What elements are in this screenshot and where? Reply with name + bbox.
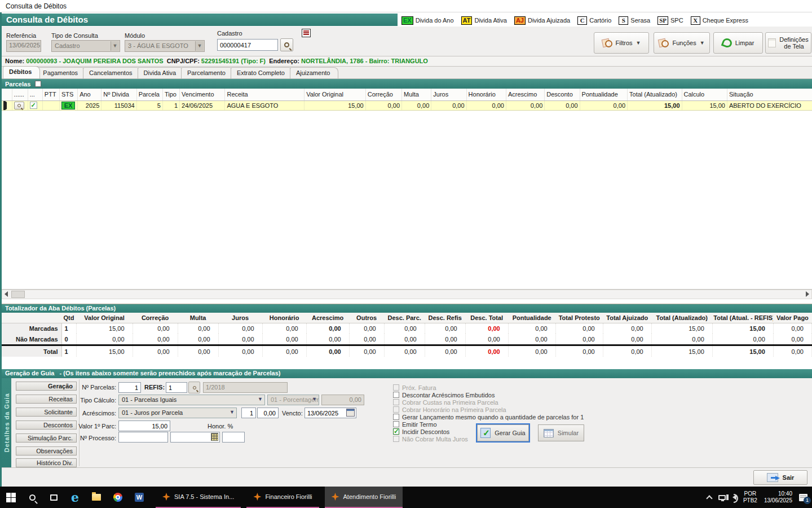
- desconto-cell: 0,00: [545, 100, 580, 110]
- honor-label: Honor. %: [208, 423, 233, 430]
- network-icon[interactable]: [718, 495, 726, 500]
- debito-row[interactable]: EX 2025 115034 5 1 24/06/2025 AGUA E ESG…: [2, 100, 812, 110]
- edge-button[interactable]: e: [64, 487, 86, 508]
- scrollbar-thumb[interactable]: [11, 291, 25, 298]
- windows-taskbar: e W SIA 7.5 - Sistema In... Financeiro F…: [0, 487, 812, 508]
- sair-button[interactable]: Sair: [753, 470, 807, 485]
- sidebar-historico-button[interactable]: Histórico Div.: [16, 458, 77, 467]
- row-indicator-cell: [2, 100, 12, 110]
- ano-cell: 2025: [78, 100, 102, 110]
- parcelas-title: Parcelas: [5, 81, 30, 87]
- language-indicator[interactable]: PORPTB2: [743, 491, 757, 504]
- clock[interactable]: 10:4013/06/2025: [764, 491, 792, 504]
- grid-header-cell: Ano: [78, 89, 102, 100]
- n-parcelas-input[interactable]: [118, 382, 141, 393]
- tipo-calculo-select[interactable]: 01 - Parcelas Iguais▼: [118, 395, 265, 405]
- parcelas-select-all-checkbox[interactable]: [35, 81, 41, 87]
- tab-cancelamentos[interactable]: Cancelamentos: [83, 67, 140, 78]
- bottom-bar: Sair: [2, 467, 812, 487]
- query-toolbar: Referência 13/06/2025 Tipo de Consulta C…: [2, 27, 812, 56]
- system-tray: PORPTB2 10:4013/06/2025 1: [707, 487, 812, 508]
- honorario-cell: 0,00: [466, 100, 506, 110]
- grid-header-cell: Valor Original: [304, 89, 366, 100]
- row-detail-cell: [12, 100, 28, 110]
- totalizador-row-marcadas: Marcadas 1 15,00 0,00 0,00 0,00 0,00 0,0…: [2, 323, 812, 334]
- calendar-icon[interactable]: [346, 409, 355, 417]
- functions-icon: [659, 38, 669, 47]
- scroll-right-icon[interactable]: [806, 291, 809, 297]
- calculo-cell: 15,00: [682, 100, 727, 110]
- tipo-cell: 1: [162, 100, 179, 110]
- taskbar-app-sia[interactable]: SIA 7.5 - Sistema In...: [156, 487, 241, 508]
- row-checkbox-checked[interactable]: [30, 102, 37, 109]
- refis-input[interactable]: [166, 382, 187, 393]
- taskbar-app-financeiro[interactable]: Financeiro Fiorilli: [246, 487, 319, 508]
- sidebar-observacoes-button[interactable]: Observações: [16, 446, 77, 456]
- spc-badge: SP: [657, 16, 668, 25]
- processo-input[interactable]: [118, 432, 168, 443]
- tipo-consulta-label: Tipo de Consulta: [51, 32, 98, 39]
- limpar-button[interactable]: Limpar: [713, 32, 763, 54]
- cadastro-search-button[interactable]: [280, 38, 293, 51]
- notification-center-icon[interactable]: 1: [799, 494, 807, 501]
- scroll-left-icon[interactable]: [5, 291, 8, 297]
- nome-label: Nome:: [5, 58, 24, 64]
- task-view-button[interactable]: [43, 487, 64, 508]
- grid-header-cell: Tipo: [162, 89, 179, 100]
- tab-divida-ativa[interactable]: Divida Ativa: [138, 67, 184, 78]
- checkbox-icon: [393, 384, 399, 391]
- checkbox-gerar-lancamento[interactable]: Gerar Lançamento mesmo quando a quantida…: [393, 413, 664, 421]
- refis-search-button[interactable]: [188, 382, 200, 393]
- checkbox-prox-fatura: Próx. Fatura: [393, 384, 664, 391]
- serasa-badge: S: [619, 16, 628, 25]
- chrome-button[interactable]: [107, 487, 129, 508]
- checkbox-descontar-acrescimos[interactable]: Descontar Acréscimos Embutidos: [393, 391, 664, 398]
- legend-serasa: SSerasa: [619, 16, 650, 25]
- cadastro-list-icon[interactable]: [302, 29, 311, 37]
- parcelas-section-bar: Parcelas: [2, 79, 812, 89]
- taskbar-app-atendimento[interactable]: Atendimento Fiorilli: [325, 487, 403, 508]
- definicoes-tela-button[interactable]: Definiçõesde Tela: [765, 32, 811, 54]
- window-title: Consulta de Débitos: [0, 0, 812, 12]
- grid-header-cell: Parcela: [136, 89, 162, 100]
- honor-input[interactable]: [222, 432, 245, 443]
- acrescimos-qtd-input[interactable]: [241, 408, 256, 418]
- checkbox-cobrar-custas: Cobrar Custas na Primeira Parcela: [393, 398, 664, 406]
- calculator-icon[interactable]: [211, 433, 218, 441]
- grid-header-cell: Receita: [225, 89, 304, 100]
- file-explorer-button[interactable]: [86, 487, 107, 508]
- checkbox-icon: [393, 414, 399, 420]
- tab-ajuizamento[interactable]: Ajuizamento: [290, 67, 339, 78]
- row-detail-button[interactable]: [14, 102, 24, 110]
- grid-header-cell: Vencimento: [180, 89, 225, 100]
- word-button[interactable]: W: [129, 487, 150, 508]
- receita-cell: AGUA E ESGOTO: [225, 100, 304, 110]
- valor-original-cell: 15,00: [304, 100, 366, 110]
- acrescimos-valor-input[interactable]: [257, 408, 279, 418]
- speaker-icon[interactable]: [732, 494, 736, 500]
- tab-debitos[interactable]: Débitos: [3, 66, 40, 78]
- acrescimos-select[interactable]: 01 - Juros por Parcela▼: [118, 408, 237, 418]
- cadastro-input[interactable]: [217, 39, 278, 51]
- grid-horizontal-scrollbar[interactable]: [2, 290, 812, 299]
- tab-extrato-completo[interactable]: Extrato Completo: [231, 67, 293, 78]
- filtros-button[interactable]: Filtros▼: [594, 32, 649, 54]
- tab-strip: Débitos Pagamentos Cancelamentos Divida …: [2, 67, 812, 79]
- chevron-down-icon: ▼: [700, 40, 705, 46]
- gerar-guia-button[interactable]: Gerar Guia: [477, 424, 529, 441]
- screen-settings-icon: [768, 38, 776, 47]
- tray-expand-icon[interactable]: [706, 495, 712, 501]
- simular-button[interactable]: Simular: [538, 424, 584, 441]
- tab-parcelamento[interactable]: Parcelamento: [181, 67, 234, 78]
- tipo-consulta-select: Cadastro▼: [51, 40, 120, 52]
- vencimento-cell: 24/06/2025: [180, 100, 225, 110]
- grid-header-cell: Nº Divida: [102, 89, 136, 100]
- valor-parc-input[interactable]: [118, 421, 170, 431]
- totalizador-header-row: Qtd Valor Original Correção Multa Juros …: [2, 313, 812, 323]
- start-button[interactable]: [0, 487, 21, 508]
- funcoes-button[interactable]: Funções▼: [654, 32, 710, 54]
- search-icon: [193, 386, 196, 389]
- taskbar-search-button[interactable]: [21, 487, 43, 508]
- tab-pagamentos[interactable]: Pagamentos: [37, 67, 86, 78]
- checkbox-checked-icon: [393, 428, 399, 435]
